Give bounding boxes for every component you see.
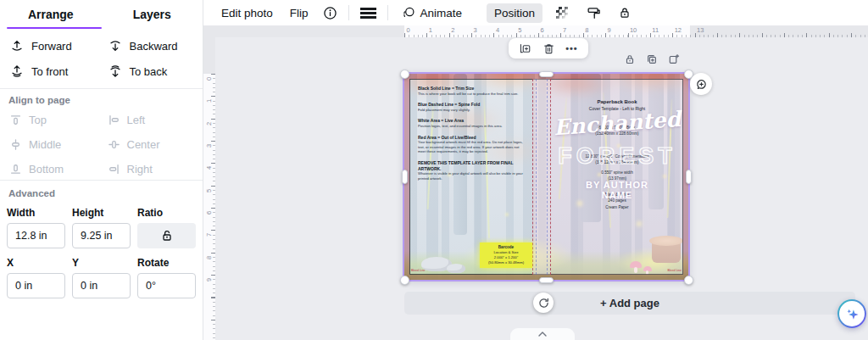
ruler-tick-label: 5 <box>203 186 215 208</box>
busy-cursor <box>533 293 554 313</box>
align-left-button[interactable]: Left <box>102 109 200 131</box>
rotate-input[interactable] <box>137 273 196 298</box>
unlock-icon <box>160 229 174 242</box>
ruler-tick-label: 13 <box>694 25 716 34</box>
add-page-icon[interactable] <box>519 42 531 55</box>
lock-page-icon[interactable] <box>624 53 636 65</box>
ruler-tick-label: 2 <box>449 25 471 34</box>
ruler-tick-label: 9 <box>605 25 627 34</box>
spacing-button[interactable] <box>355 4 381 22</box>
ruler-tick-label: 1 <box>203 96 215 118</box>
copy-style-button[interactable] <box>581 3 606 24</box>
ruler-tick-label: 10 <box>627 25 649 34</box>
width-input[interactable] <box>7 223 65 248</box>
delete-page-icon[interactable] <box>542 42 555 55</box>
divider <box>0 180 203 181</box>
x-label: X <box>7 257 65 269</box>
resize-handle-right[interactable] <box>686 170 692 184</box>
resize-handle-bottom-left[interactable] <box>400 276 409 285</box>
ruler-tick-label: 4 <box>203 163 215 185</box>
height-input[interactable] <box>72 223 131 248</box>
ruler-tick-label: 8 <box>583 25 605 34</box>
to-back-button[interactable]: To back <box>102 59 200 83</box>
align-center-icon <box>108 139 120 150</box>
backward-button[interactable]: Backward <box>102 34 200 58</box>
ruler-tick-label: 8 <box>203 253 215 275</box>
transparency-button[interactable] <box>551 3 573 22</box>
bleed-note-right: Bleed Line <box>667 269 682 273</box>
tab-arrange[interactable]: Arrange <box>0 0 102 29</box>
info-icon <box>323 6 337 20</box>
align-center-button[interactable]: Center <box>102 133 200 156</box>
horizontal-ruler: 012345678910111213 <box>215 25 868 37</box>
ruler-tick-label: 9 <box>203 275 215 297</box>
more-options-button[interactable]: ••• <box>565 44 578 53</box>
animate-button[interactable]: Animate <box>394 3 470 23</box>
height-label: Height <box>72 207 131 219</box>
add-comment-button[interactable] <box>690 73 712 95</box>
forward-icon <box>10 39 24 53</box>
canva-assistant-button[interactable] <box>837 299 866 328</box>
author-byline-line2: NAME <box>551 190 683 200</box>
instruction-block: Black Solid Line = Trim Size This is whe… <box>418 86 523 96</box>
lock-button[interactable] <box>613 3 637 23</box>
chevron-up-icon <box>538 332 547 337</box>
align-top-icon <box>10 114 21 125</box>
backward-label: Backward <box>130 40 178 53</box>
toolbar-divider <box>387 5 388 20</box>
sparkle-icon <box>845 307 860 321</box>
flip-button[interactable]: Flip <box>282 3 316 23</box>
forward-button[interactable]: Forward <box>3 34 102 58</box>
barcode-size-mm: (50.80mm x 30.48mm) <box>488 260 524 265</box>
align-center-label: Center <box>127 138 160 151</box>
y-input[interactable] <box>72 273 131 298</box>
design-page[interactable]: Black Solid Line = Trim Size This is whe… <box>404 74 688 280</box>
ruler-tick-label: 2 <box>203 119 215 141</box>
position-button[interactable]: Position <box>487 3 542 23</box>
front-cover: Paperback Book Cover Template - Left to … <box>551 79 683 275</box>
spacing-icon <box>360 8 376 19</box>
arrange-panel: Arrange Layers Forward Backward To front… <box>0 0 203 340</box>
pages-panel-toggle[interactable] <box>510 328 575 340</box>
ratio-label: Ratio <box>137 207 196 219</box>
resize-handle-bottom-right[interactable] <box>684 276 693 285</box>
context-toolbar: Edit photo Flip Animate Position <box>203 0 868 25</box>
align-right-icon <box>108 164 120 175</box>
ruler-tick-label: 0 <box>404 25 426 34</box>
toolbar-divider <box>348 5 349 20</box>
tab-layers[interactable]: Layers <box>102 0 203 29</box>
add-page-after-icon[interactable] <box>668 53 680 65</box>
instruction-block: White Area = Live Area Position logos, t… <box>418 118 523 128</box>
add-page-button[interactable]: + Add page <box>404 292 855 315</box>
ruler-tick-label: 6 <box>203 208 215 230</box>
instruction-block: Red Area = Out of Live/Bleed Your backgr… <box>418 135 523 155</box>
width-label: Width <box>7 207 65 219</box>
resize-handle-top[interactable] <box>539 71 554 77</box>
to-back-label: To back <box>130 65 168 78</box>
align-bottom-button[interactable]: Bottom <box>3 158 102 181</box>
ruler-tick-label: 4 <box>493 25 515 34</box>
paint-roller-icon <box>587 6 601 20</box>
ratio-lock-button[interactable] <box>137 223 196 248</box>
align-right-label: Right <box>127 163 153 176</box>
page-actions <box>624 53 680 65</box>
resize-handle-top-left[interactable] <box>400 70 409 79</box>
info-button[interactable] <box>318 3 342 24</box>
align-top-button[interactable]: Top <box>3 109 102 131</box>
transparency-icon <box>556 7 568 19</box>
duplicate-page-icon[interactable] <box>646 53 658 65</box>
resize-handle-left[interactable] <box>402 170 408 184</box>
animate-label: Animate <box>420 7 463 20</box>
forward-label: Forward <box>31 40 72 53</box>
spine-fold-guides <box>532 79 551 275</box>
resize-handle-bottom[interactable] <box>539 277 554 283</box>
align-right-button[interactable]: Right <box>102 158 200 181</box>
bleed-note-left: Bleed Line <box>411 269 426 273</box>
edit-photo-button[interactable]: Edit photo <box>214 3 281 23</box>
align-actions: Top Left Middle Center Bottom Right <box>3 109 199 181</box>
ruler-tick-label: 3 <box>471 25 493 34</box>
to-front-button[interactable]: To front <box>3 59 102 83</box>
x-input[interactable] <box>7 273 65 298</box>
y-label: Y <box>72 257 131 269</box>
align-middle-button[interactable]: Middle <box>3 133 102 156</box>
